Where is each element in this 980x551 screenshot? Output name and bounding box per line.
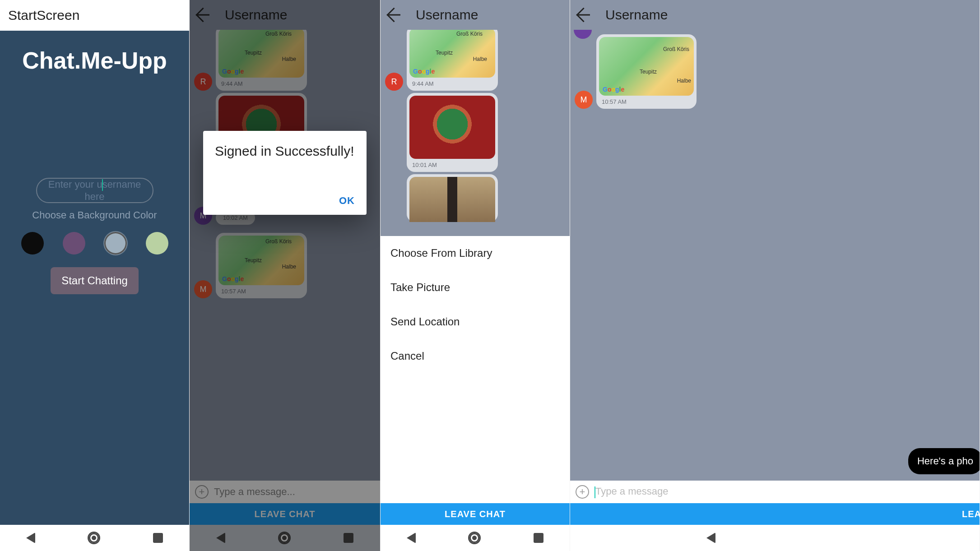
color-swatch-purple[interactable] bbox=[63, 232, 85, 255]
outgoing-message-bubble[interactable]: Here's a pho bbox=[908, 448, 980, 474]
map-image: Groß Köris Teupitz Halbe Google bbox=[599, 37, 694, 96]
message-row: R Groß Köris Teupitz Halbe Google 9:44 A… bbox=[194, 30, 307, 91]
nav-back-icon[interactable] bbox=[407, 532, 416, 543]
message-bubble[interactable]: Groß Köris Teupitz Halbe Google 10:57 AM bbox=[216, 233, 307, 298]
nav-home-icon[interactable] bbox=[278, 532, 291, 544]
android-navbar bbox=[570, 525, 980, 551]
nav-recents-icon[interactable] bbox=[534, 533, 543, 543]
chat-body: R Groß Köris Teupitz Halbe Google 9:44 A… bbox=[381, 30, 570, 551]
nav-home-icon[interactable] bbox=[88, 532, 100, 544]
avatar: M bbox=[575, 91, 593, 109]
message-bubble[interactable]: Groß Köris Teupitz Halbe Google 9:44 AM bbox=[407, 30, 498, 91]
app-title: Chat.Me-Upp bbox=[22, 47, 167, 74]
android-navbar bbox=[190, 525, 380, 551]
nav-back-icon[interactable] bbox=[706, 532, 715, 543]
map-image: Groß Köris Teupitz Halbe Google bbox=[218, 30, 304, 78]
color-swatch-green[interactable] bbox=[146, 232, 168, 255]
timestamp: 9:44 AM bbox=[218, 79, 304, 88]
timestamp: 9:44 AM bbox=[409, 79, 495, 88]
leave-chat-button[interactable]: LEAVE CHAT bbox=[381, 503, 570, 525]
android-navbar bbox=[381, 525, 570, 551]
chat-screen-signed-in: Username R Groß Köris Teupitz Halbe Goog… bbox=[190, 0, 381, 551]
nav-recents-icon[interactable] bbox=[153, 533, 163, 543]
google-logo: Google bbox=[413, 68, 435, 75]
photo-image bbox=[409, 177, 495, 222]
chat-title: Username bbox=[416, 7, 478, 23]
color-swatches bbox=[21, 232, 168, 255]
message-input-placeholder[interactable]: Type a message... bbox=[214, 486, 295, 498]
chat-body: R Groß Köris Teupitz Halbe Google 9:44 A… bbox=[190, 30, 380, 551]
message-bubble[interactable]: 10:01 AM bbox=[407, 93, 498, 172]
start-screen: StartScreen Chat.Me-Upp Enter your usern… bbox=[0, 0, 190, 551]
region-map-image bbox=[409, 96, 495, 159]
statusbar-title: StartScreen bbox=[0, 0, 189, 31]
start-screen-body: Chat.Me-Upp Enter your username here Cho… bbox=[0, 31, 189, 525]
timestamp: 10:57 AM bbox=[599, 97, 694, 106]
timestamp: 10:57 AM bbox=[218, 287, 304, 296]
signed-in-dialog: Signed in Successfully! OK bbox=[203, 131, 367, 215]
chat-title: Username bbox=[605, 7, 668, 23]
nav-home-icon[interactable] bbox=[468, 532, 481, 544]
message-row bbox=[407, 174, 498, 222]
leave-chat-button[interactable]: LEAVE CHAT bbox=[190, 503, 380, 525]
map-image: Groß Köris Teupitz Halbe Google bbox=[218, 236, 304, 285]
attach-plus-icon[interactable]: + bbox=[576, 485, 589, 499]
message-row: R Groß Köris Teupitz Halbe Google 9:44 A… bbox=[385, 30, 498, 91]
message-bubble[interactable]: Groß Köris Teupitz Halbe Google 9:44 AM bbox=[216, 30, 307, 91]
sheet-item-send-location[interactable]: Send Location bbox=[381, 305, 570, 339]
chat-header: Username bbox=[381, 0, 570, 30]
chat-body: M Groß Köris Teupitz Halbe Google 10:57 … bbox=[570, 30, 980, 551]
chat-title: Username bbox=[225, 7, 287, 23]
message-bubble[interactable] bbox=[407, 174, 498, 222]
username-input[interactable]: Enter your username here bbox=[36, 178, 153, 203]
nav-back-icon[interactable] bbox=[216, 532, 225, 543]
timestamp: 10:01 AM bbox=[409, 161, 495, 169]
google-logo: Google bbox=[603, 86, 624, 93]
chat-header: Username bbox=[570, 0, 980, 30]
nav-recents-icon[interactable] bbox=[344, 533, 353, 543]
username-placeholder: Enter your username here bbox=[48, 179, 141, 202]
android-navbar bbox=[0, 525, 189, 551]
sheet-item-cancel[interactable]: Cancel bbox=[381, 339, 570, 373]
leave-chat-button[interactable]: LEA bbox=[570, 503, 980, 525]
message-input-row: + Type a message bbox=[570, 481, 980, 503]
text-caret bbox=[102, 179, 103, 191]
attachment-action-sheet: Choose From Library Take Picture Send Lo… bbox=[381, 236, 570, 503]
sheet-item-take-picture[interactable]: Take Picture bbox=[381, 270, 570, 305]
chat-header: Username bbox=[190, 0, 380, 30]
nav-back-icon[interactable] bbox=[26, 532, 35, 543]
avatar: M bbox=[194, 280, 212, 298]
back-arrow-icon[interactable] bbox=[196, 7, 211, 23]
back-arrow-icon[interactable] bbox=[576, 7, 592, 23]
dialog-ok-button[interactable]: OK bbox=[215, 195, 355, 207]
avatar: R bbox=[385, 73, 403, 91]
message-row: 10:01 AM bbox=[407, 93, 498, 172]
message-row: M Groß Köris Teupitz Halbe Google 10:57 … bbox=[194, 233, 307, 298]
avatar: R bbox=[194, 73, 212, 91]
chat-screen-typing: Username M Groß Köris Teupitz Halbe Goog… bbox=[570, 0, 980, 551]
start-chatting-button[interactable]: Start Chatting bbox=[51, 267, 139, 294]
map-image: Groß Köris Teupitz Halbe Google bbox=[409, 30, 495, 78]
google-logo: Google bbox=[222, 275, 244, 282]
color-swatch-black[interactable] bbox=[21, 232, 44, 255]
sheet-item-library[interactable]: Choose From Library bbox=[381, 236, 570, 270]
back-arrow-icon[interactable] bbox=[387, 7, 402, 23]
google-logo: Google bbox=[222, 68, 244, 75]
message-row: M Groß Köris Teupitz Halbe Google 10:57 … bbox=[575, 34, 697, 109]
attach-plus-icon[interactable]: + bbox=[195, 485, 209, 499]
message-bubble[interactable]: Groß Köris Teupitz Halbe Google 10:57 AM bbox=[596, 34, 697, 109]
dialog-title: Signed in Successfully! bbox=[215, 144, 355, 159]
message-input-row: + Type a message... bbox=[190, 481, 380, 503]
choose-color-label: Choose a Background Color bbox=[32, 209, 157, 221]
message-input[interactable]: Type a message bbox=[595, 486, 668, 498]
color-swatch-bluegray[interactable] bbox=[104, 232, 127, 255]
chat-screen-action-sheet: Username R Groß Köris Teupitz Halbe Goog… bbox=[381, 0, 570, 551]
